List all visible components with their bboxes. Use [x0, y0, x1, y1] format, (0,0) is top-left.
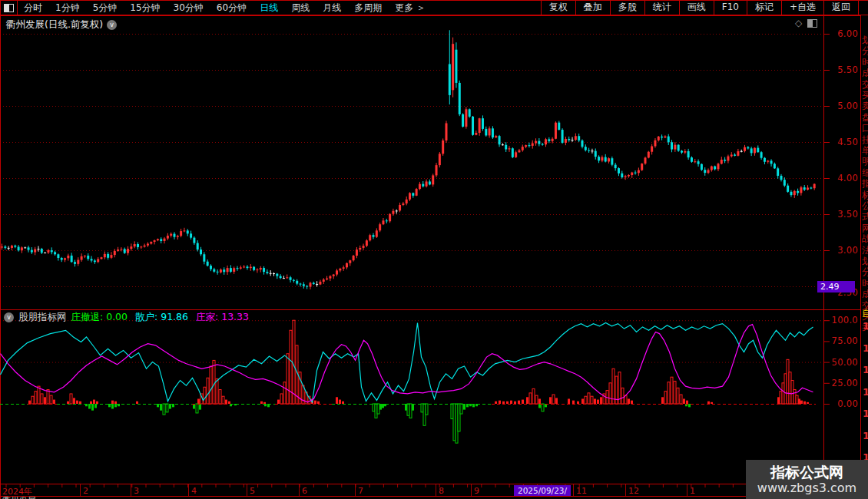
period-tab-3[interactable]: 5分钟 [93, 2, 118, 15]
clipped-side-panel-text: 买 [862, 91, 868, 100]
indicator-tick-25.00: 25.00 [826, 378, 858, 388]
month-label-4: 4 [191, 486, 197, 496]
clipped-side-panel-text: 标 [862, 190, 868, 200]
price-tick-4.50: 4.50 [826, 137, 858, 147]
legend-item-3: 庄家: 13.33 [196, 311, 249, 322]
frame-borders [0, 0, 868, 499]
price-tick-3.50: 3.50 [826, 209, 858, 220]
clipped-side-panel-number: 1 [863, 364, 868, 375]
chevron-down-icon[interactable]: v [107, 20, 117, 30]
clipped-side-panel-text: 分 [862, 267, 868, 276]
tool-button-3[interactable]: 多股 [610, 0, 644, 15]
period-tabs: 分时1分钟5分钟15分钟30分钟60分钟日线周线月线多周期更多 ＞ [24, 2, 426, 15]
chart-corner-icons: ◇ [795, 18, 817, 28]
tool-button-5[interactable]: 画线 [679, 0, 714, 15]
price-tick-5.50: 5.50 [826, 64, 858, 75]
period-tab-7[interactable]: 日线 [260, 2, 278, 15]
tool-button-4[interactable]: 统计 [644, 0, 679, 15]
indicator-tick-100.0: 100.0 [826, 315, 858, 326]
tool-button-7[interactable]: 标记 [747, 0, 781, 15]
clipped-side-panel-number: 1 [863, 430, 868, 441]
indicator-header: v 股朋指标网 庄撤退: 0.00散户: 91.86庄家: 13.33 [4, 311, 257, 324]
month-label-9: 9 [474, 486, 479, 496]
month-label-3: 3 [134, 486, 139, 496]
page-title: 衢州发展(日线.前复权) [6, 18, 103, 31]
month-label-11: 11 [576, 486, 587, 496]
indicator-histograms [28, 320, 809, 443]
clipped-side-panel-text: 公 [862, 201, 868, 210]
split-pane-icon[interactable] [807, 19, 817, 28]
period-tab-5[interactable]: 30分钟 [174, 2, 204, 15]
clipped-side-panel-text: 战 [862, 234, 868, 243]
indicator-lines [1, 323, 813, 402]
tool-button-1[interactable]: 复权 [541, 0, 575, 15]
indicator-tick-0.00: 0.00 [826, 398, 858, 409]
chevron-down-icon[interactable]: v [4, 312, 14, 322]
period-tab-9[interactable]: 月线 [323, 2, 341, 15]
clipped-side-panel-text: 单 [862, 146, 868, 155]
month-label-2024年: 2024年 [2, 486, 32, 497]
clipped-side-panel-badge: 自 [862, 307, 868, 320]
month-label-1: 1 [690, 486, 695, 496]
clipped-side-panel-number: 1 [863, 320, 868, 332]
tool-button-6[interactable]: F10 [714, 0, 747, 15]
period-tab-8[interactable]: 周线 [291, 2, 310, 15]
clipped-side-panel-number: 1 [863, 408, 868, 419]
clipped-side-panel-text: 指 [862, 179, 868, 188]
price-tick-3.00: 3.00 [826, 245, 858, 256]
clipped-side-panel[interactable]: 划分时成交买卖盘口挂单明细指标公式网战法划分时成交买卖 [861, 0, 868, 499]
clipped-side-panel-text: 交 [862, 80, 868, 89]
indicator-line-散户 [1, 323, 813, 402]
clipped-side-panel-text: 时 [862, 279, 868, 288]
clipped-side-panel-text: 式 [862, 212, 868, 221]
clipped-side-panel-text: 挂 [862, 135, 868, 144]
month-label-5: 5 [250, 486, 255, 496]
indicator-line-庄家 [1, 325, 813, 402]
clipped-side-panel-text: 成 [862, 289, 868, 299]
period-tab-11[interactable]: 更多 ＞ [395, 2, 426, 15]
clipped-side-panel-text: 划 [862, 35, 868, 45]
watermark-url: www.zbgs3.com [757, 481, 856, 495]
price-tick-4.00: 4.00 [826, 173, 858, 183]
clipped-side-panel-text: 盘 [862, 113, 868, 122]
period-tab-4[interactable]: 15分钟 [130, 2, 160, 15]
date-axis-marker: 2025/09/23/二 [514, 485, 571, 496]
clipped-side-panel-text: 成 [862, 68, 868, 78]
price-axis-marker: 2.49 [817, 281, 855, 292]
month-label-7: 7 [358, 486, 363, 496]
clipped-side-panel-text: 网 [862, 223, 868, 233]
tool-button-8[interactable]: +自选 [781, 0, 823, 15]
clipped-side-panel-text: 分 [862, 46, 868, 55]
month-label-8: 8 [439, 486, 444, 496]
period-tab-10[interactable]: 多周期 [354, 2, 382, 15]
price-tick-5.00: 5.00 [826, 101, 858, 111]
clipped-side-panel-text: 法 [862, 246, 868, 255]
clipped-side-panel-text: 细 [862, 168, 868, 177]
tool-button-9[interactable]: 返回 [823, 0, 859, 15]
chart-title-row: 衢州发展(日线.前复权) v [6, 18, 117, 31]
top-toolbar: 分时1分钟5分钟15分钟30分钟60分钟日线周线月线多周期更多 ＞ 复权叠加多股… [0, 0, 868, 15]
month-label-12: 12 [628, 486, 639, 496]
indicator-name: 股朋指标网 [18, 311, 67, 324]
period-tab-6[interactable]: 60分钟 [217, 2, 247, 15]
watermark: 指标公式网 www.zbgs3.com [746, 460, 868, 499]
chart-canvas[interactable] [0, 0, 868, 499]
tool-button-2[interactable]: 叠加 [575, 0, 610, 15]
indicator-legend: 庄撤退: 0.00散户: 91.86庄家: 13.33 [71, 311, 257, 324]
legend-item-1: 庄撤退: 0.00 [71, 311, 128, 322]
legend-item-2: 散户: 91.86 [135, 311, 188, 322]
watermark-title: 指标公式网 [770, 464, 843, 481]
indicator-tick-50.00: 50.00 [826, 357, 858, 368]
period-tab-2[interactable]: 1分钟 [55, 2, 80, 15]
indicator-tick-75.00: 75.00 [826, 335, 858, 346]
clipped-side-panel-text: 划 [862, 256, 868, 266]
stock-app-window: 分时1分钟5分钟15分钟30分钟60分钟日线周线月线多周期更多 ＞ 复权叠加多股… [0, 0, 868, 499]
clipped-side-panel-number: 1 [863, 386, 868, 398]
diamond-icon[interactable]: ◇ [795, 18, 802, 28]
period-tab-1[interactable]: 分时 [24, 2, 42, 15]
clipped-side-panel-number: 1 [863, 342, 868, 354]
window-layout-button[interactable] [0, 0, 18, 15]
tool-buttons: 复权叠加多股统计画线F10标记+自选返回 [541, 0, 859, 15]
price-tick-6.00: 6.00 [826, 28, 858, 39]
clipped-side-panel-text: 时 [862, 58, 868, 67]
